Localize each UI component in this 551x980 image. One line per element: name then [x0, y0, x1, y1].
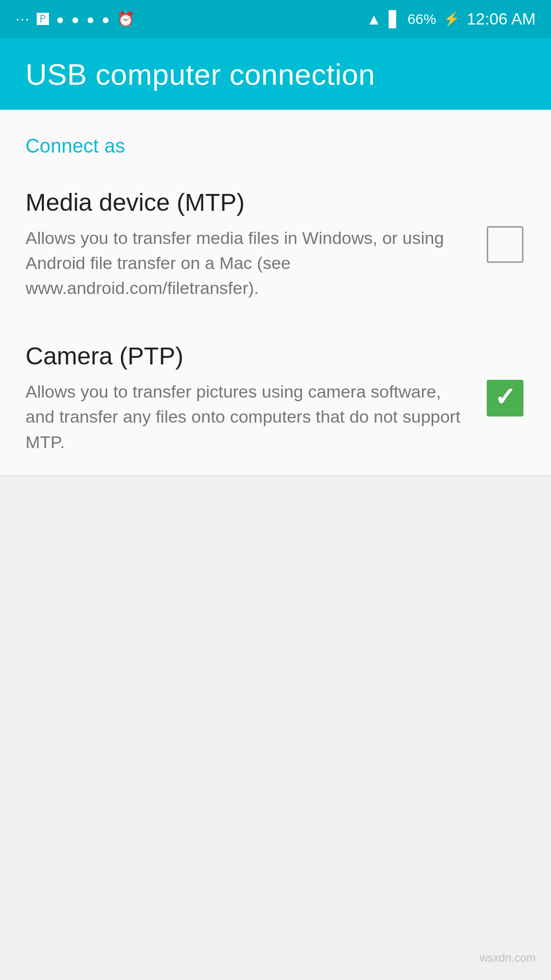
- section-divider: [0, 475, 551, 476]
- ptp-option-text: Camera (PTP) Allows you to transfer pict…: [26, 341, 485, 454]
- ptp-checkbox-container[interactable]: [485, 378, 525, 419]
- battery-percentage: 66%: [408, 11, 436, 28]
- ptp-option-title: Camera (PTP): [26, 341, 469, 371]
- content-area: Connect as Media device (MTP) Allows you…: [0, 110, 551, 476]
- mtp-option-title: Media device (MTP): [26, 188, 469, 217]
- mtp-option-description: Allows you to transfer media files in Wi…: [26, 226, 469, 301]
- app-bar: USB computer connection: [0, 38, 551, 110]
- ptp-option-description: Allows you to transfer pictures using ca…: [26, 379, 469, 455]
- message-icon-1: ●: [71, 13, 80, 26]
- mtp-option[interactable]: Media device (MTP) Allows you to transfe…: [0, 167, 551, 321]
- mtp-option-text: Media device (MTP) Allows you to transfe…: [26, 188, 485, 301]
- pushbullet-icon: 🅿: [37, 13, 49, 26]
- message-icon-3: ●: [102, 13, 110, 26]
- section-header: Connect as: [0, 110, 551, 167]
- mtp-checkbox-container[interactable]: [485, 224, 525, 265]
- watermark: wsxdn.com: [480, 951, 536, 965]
- signal-icon: ▋: [389, 10, 400, 28]
- status-time: 12:06 AM: [467, 10, 536, 29]
- alarm-icon: ⏰: [117, 12, 135, 27]
- whatsapp-icon: ●: [56, 13, 64, 26]
- wifi-icon: ▲: [366, 11, 382, 28]
- status-bar: ⋯ 🅿 ● ● ● ● ⏰ ▲ ▋ 66% ⚡ 12:06 AM: [0, 0, 551, 38]
- ptp-option[interactable]: Camera (PTP) Allows you to transfer pict…: [0, 321, 551, 475]
- notification-dots-icon: ⋯: [15, 12, 30, 27]
- app-bar-title: USB computer connection: [26, 57, 375, 91]
- status-bar-right: ▲ ▋ 66% ⚡ 12:06 AM: [366, 10, 536, 29]
- mtp-checkbox-unchecked[interactable]: [487, 226, 523, 263]
- ptp-checkbox-checked[interactable]: [487, 380, 523, 416]
- status-bar-left: ⋯ 🅿 ● ● ● ● ⏰: [15, 12, 135, 27]
- battery-icon: ⚡: [443, 11, 460, 27]
- message-icon-2: ●: [86, 13, 94, 26]
